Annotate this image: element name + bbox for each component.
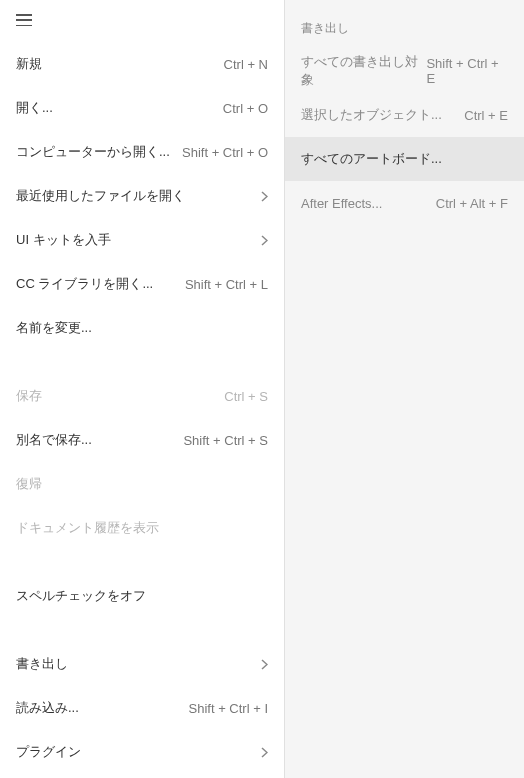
submenu-label: 選択したオブジェクト... [301, 106, 442, 124]
menu-item-open-cc-libraries[interactable]: CC ライブラリを開く... Shift + Ctrl + L [16, 262, 268, 306]
menu-label: コンピューターから開く... [16, 143, 170, 161]
submenu-item-selected-objects[interactable]: 選択したオブジェクト... Ctrl + E [285, 93, 524, 137]
menu-shortcut: Shift + Ctrl + O [182, 145, 268, 160]
submenu-shortcut: Shift + Ctrl + E [426, 56, 508, 86]
menu-item-open[interactable]: 開く... Ctrl + O [16, 86, 268, 130]
chevron-right-icon [261, 191, 268, 202]
menu-item-spellcheck-off[interactable]: スペルチェックをオフ [16, 574, 268, 618]
main-menu-panel: 新規 Ctrl + N 開く... Ctrl + O コンピューターから開く..… [0, 0, 284, 778]
menu-shortcut: Ctrl + N [224, 57, 268, 72]
menu-item-new[interactable]: 新規 Ctrl + N [16, 42, 268, 86]
menu-item-open-from-computer[interactable]: コンピューターから開く... Shift + Ctrl + O [16, 130, 268, 174]
menu-label: 書き出し [16, 655, 68, 673]
submenu-label: After Effects... [301, 196, 382, 211]
menu-label: 別名で保存... [16, 431, 92, 449]
menu-item-save: 保存 Ctrl + S [16, 374, 268, 418]
submenu-shortcut: Ctrl + E [464, 108, 508, 123]
menu-label: 名前を変更... [16, 319, 92, 337]
menu-group-2: 保存 Ctrl + S 別名で保存... Shift + Ctrl + S 復帰… [0, 368, 284, 556]
menu-shortcut: Shift + Ctrl + I [189, 701, 268, 716]
menu-label: プラグイン [16, 743, 81, 761]
chevron-right-icon [261, 235, 268, 246]
submenu-title: 書き出し [285, 0, 524, 49]
submenu-item-after-effects[interactable]: After Effects... Ctrl + Alt + F [285, 181, 524, 225]
menu-group-4: 書き出し 読み込み... Shift + Ctrl + I プラグイン [0, 636, 284, 778]
menu-item-export[interactable]: 書き出し [16, 642, 268, 686]
menu-group-1: 新規 Ctrl + N 開く... Ctrl + O コンピューターから開く..… [0, 36, 284, 356]
menu-label: 新規 [16, 55, 42, 73]
menu-group-3: スペルチェックをオフ [0, 568, 284, 624]
submenu-label: すべての書き出し対象 [301, 53, 426, 89]
submenu-item-all-artboards[interactable]: すべてのアートボード... [285, 137, 524, 181]
submenu-shortcut: Ctrl + Alt + F [436, 196, 508, 211]
menu-label: スペルチェックをオフ [16, 587, 146, 605]
menu-item-revert: 復帰 [16, 462, 268, 506]
menu-label: CC ライブラリを開く... [16, 275, 153, 293]
hamburger-icon [16, 14, 32, 26]
menu-item-save-as[interactable]: 別名で保存... Shift + Ctrl + S [16, 418, 268, 462]
menu-item-import[interactable]: 読み込み... Shift + Ctrl + I [16, 686, 268, 730]
menu-label: 最近使用したファイルを開く [16, 187, 185, 205]
submenu-label: すべてのアートボード... [301, 150, 442, 168]
menu-shortcut: Ctrl + O [223, 101, 268, 116]
export-submenu-panel: 書き出し すべての書き出し対象 Shift + Ctrl + E 選択したオブジ… [284, 0, 524, 778]
menu-shortcut: Shift + Ctrl + S [183, 433, 268, 448]
menu-label: ドキュメント履歴を表示 [16, 519, 159, 537]
menu-label: UI キットを入手 [16, 231, 111, 249]
menu-item-get-ui-kit[interactable]: UI キットを入手 [16, 218, 268, 262]
submenu-item-all-export-targets[interactable]: すべての書き出し対象 Shift + Ctrl + E [285, 49, 524, 93]
menu-label: 開く... [16, 99, 53, 117]
menu-item-rename[interactable]: 名前を変更... [16, 306, 268, 350]
menu-item-document-history: ドキュメント履歴を表示 [16, 506, 268, 550]
menu-item-plugin[interactable]: プラグイン [16, 730, 268, 774]
hamburger-button[interactable] [0, 0, 284, 36]
menu-label: 読み込み... [16, 699, 79, 717]
menu-label: 保存 [16, 387, 42, 405]
menu-shortcut: Shift + Ctrl + L [185, 277, 268, 292]
menu-label: 復帰 [16, 475, 42, 493]
menu-item-open-recent[interactable]: 最近使用したファイルを開く [16, 174, 268, 218]
menu-shortcut: Ctrl + S [224, 389, 268, 404]
chevron-right-icon [261, 659, 268, 670]
chevron-right-icon [261, 747, 268, 758]
